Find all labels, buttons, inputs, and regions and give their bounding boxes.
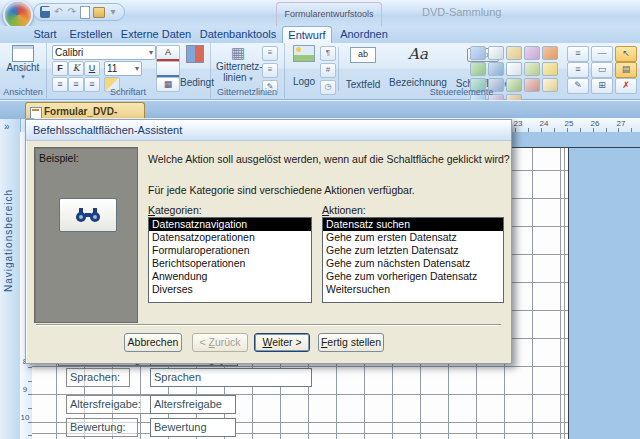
control-icon[interactable] [506,46,522,60]
textfeld-button[interactable]: ab Textfeld [340,47,386,90]
ansicht-dropdown-icon: ▾ [4,73,42,81]
font-name-value: Calibri [55,47,83,58]
gitternetzlinien-button[interactable]: ▦ Gitternetz- linien ▾ [216,45,260,83]
action-item[interactable]: Gehe zum nächsten Datensatz [323,257,503,270]
select-tool-icon[interactable]: ↖ [615,46,637,62]
ruler-number: 25 [562,119,576,128]
bedingt-button[interactable]: Bedingt [180,45,210,88]
form-textbox-bewertung[interactable]: Bewertung [150,418,236,437]
bold-button[interactable]: F [52,61,68,76]
example-button-preview [59,198,117,232]
design-workspace: » Navigationsbereich 23 24 25 26 27 8 9 … [0,119,640,439]
logo-icon [293,45,315,62]
window-title: DVD-Sammlung [422,6,501,18]
font-size-combo[interactable]: 11▾ [104,61,142,76]
control-icon[interactable] [524,46,540,60]
tab-erstellen[interactable]: Erstellen [66,26,116,43]
zurueck-button[interactable]: < Zurück [192,333,248,352]
group-label-steuerelemente: Steuerelemente [284,87,639,97]
category-item[interactable]: Datensatzoperationen [149,231,311,244]
action-item[interactable]: Gehe zum vorherigen Datensatz [323,270,503,283]
gridline-width-icon[interactable]: ≡ [262,46,278,61]
category-item[interactable]: Berichtsoperationen [149,257,311,270]
control-gallery [470,46,572,92]
navigation-pane-collapsed[interactable]: » Navigationsbereich [0,119,21,439]
ribbon-group-ansichten: Ansicht ▾ Ansichten [0,43,47,98]
logo-label: Logo [288,76,320,87]
action-item[interactable]: Gehe zum letzten Datensatz [323,244,503,257]
abbrechen-button[interactable]: Abbrechen [124,333,182,352]
expand-chevrons-icon[interactable]: » [4,121,10,132]
tab-entwurf[interactable]: Entwurf [282,26,332,44]
titel-icon[interactable]: ¶ [320,46,336,61]
underline-button[interactable]: U [84,61,100,76]
action-item[interactable]: Weitersuchen [323,283,503,296]
ribbon-group-gitternetzlinien: ▦ Gitternetz- linien ▾ ≡ ≡ ✎ Gitternetzl… [210,43,285,98]
line-style-icon[interactable]: ≡ [567,62,589,78]
form-label-sprachen[interactable]: Sprachen: [66,368,130,387]
category-item[interactable]: Formularoperationen [149,244,311,257]
ribbon-group-schriftart: Calibri▾ A F K U 11▾ ≡ ≡ ≡ ▦ Bedingt Sch… [46,43,211,98]
weiter-button[interactable]: Weiter > [254,333,310,352]
italic-button[interactable]: K [68,61,84,76]
category-item[interactable]: Anwendung [149,270,311,283]
categories-listbox[interactable]: Datensatznavigation Datensatzoperationen… [148,217,312,303]
qat-more-icon[interactable]: ▾ [108,6,118,18]
control-icon[interactable] [470,46,486,60]
group-label-schriftart: Schriftart [46,87,210,97]
line-thickness-icon[interactable]: ≡ [567,46,589,62]
access-window: { "titlebar": { "title": "DVD-Sammlung",… [0,0,640,439]
ruler-number: 23 [511,119,525,128]
actions-label: Aktionen: [322,204,366,216]
control-icon[interactable] [488,62,504,76]
gitternetzlinien-icon: ▦ [216,45,260,61]
seitenzahl-icon[interactable]: # [320,63,336,78]
ruler-number: 10 [20,413,30,422]
dialog-prompt-1: Welche Aktion soll ausgelöst werden, wen… [148,153,506,165]
control-icon[interactable] [524,62,540,76]
assistent-verwenden-icon[interactable]: ▤ [615,62,637,78]
save-icon[interactable] [40,6,50,18]
bedingt-icon [186,45,204,63]
action-item[interactable]: Gehe zum ersten Datensatz [323,231,503,244]
set-defaults-icon[interactable]: ▭ [591,62,613,78]
control-icon[interactable] [542,62,558,76]
logo-button[interactable]: Logo [288,45,320,87]
category-item-selected[interactable]: Datensatznavigation [149,218,311,231]
tab-datenbanktools[interactable]: Datenbanktools [196,26,280,43]
tab-externe-daten[interactable]: Externe Daten [118,26,194,43]
ruler-number: 24 [537,119,551,128]
ansicht-button[interactable]: Ansicht ▾ [4,45,42,81]
form-textbox-altersfreigabe[interactable]: Altersfreigabe [150,395,236,414]
form-textbox-sprachen[interactable]: Sprachen [150,368,312,387]
font-color-button[interactable]: A [156,45,180,62]
action-item-selected[interactable]: Datensatz suchen [323,218,503,231]
ansicht-icon [12,45,34,62]
tab-start[interactable]: Start [26,26,64,43]
gridline-style-icon[interactable]: ≡ [262,63,278,78]
font-name-combo[interactable]: Calibri▾ [52,45,156,60]
undo-icon[interactable]: ↶ [53,6,63,18]
form-label-altersfreigabe[interactable]: Altersfreigabe: [66,395,158,414]
new-document-icon[interactable] [80,6,90,19]
form-label-bewertung[interactable]: Bewertung: [66,418,138,437]
fill-color-button[interactable] [156,61,180,78]
ruler-number: 26 [588,119,602,128]
actions-listbox[interactable]: Datensatz suchen Gehe zum ersten Datensa… [322,217,504,303]
control-icon[interactable] [470,62,486,76]
binoculars-icon [74,207,102,223]
bezeichnung-button[interactable]: Aa Bezeichnung [386,47,450,88]
line-type-icon[interactable]: — [591,46,613,62]
tab-anordnen[interactable]: Anordnen [336,26,392,43]
dialog-title-bar[interactable]: Befehlsschaltflächen-Assistent [26,120,511,141]
font-size-dropdown-icon: ▾ [135,62,139,75]
ansicht-label: Ansicht [4,62,42,73]
control-icon[interactable] [488,46,504,60]
categories-label: Kategorien: [148,204,202,216]
redo-icon[interactable]: ↷ [67,6,77,18]
category-item[interactable]: Diverses [149,283,311,296]
fertig-stellen-button[interactable]: Fertig stellen [318,333,384,352]
control-icon[interactable] [506,62,522,76]
open-icon[interactable] [93,7,105,18]
control-icon[interactable] [542,46,558,60]
